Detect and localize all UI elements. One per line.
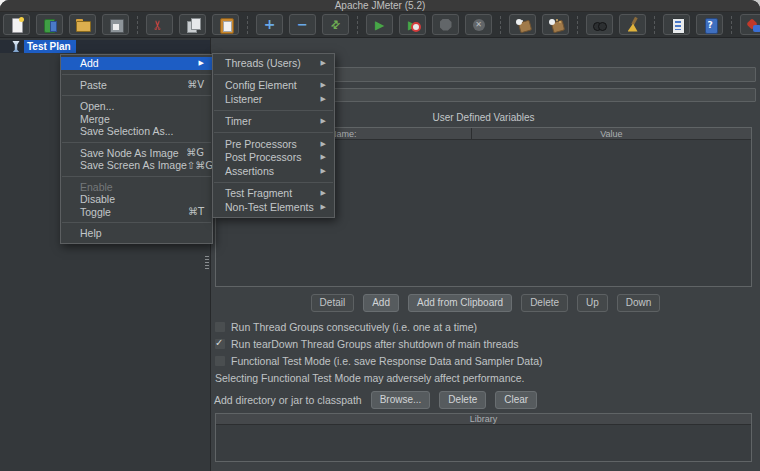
menu-item-help[interactable]: Help — [61, 227, 212, 240]
library-table: Library — [215, 413, 752, 462]
function-helper-button[interactable] — [663, 14, 690, 35]
collapse-all-button[interactable] — [289, 14, 316, 35]
paste-button[interactable] — [212, 14, 239, 35]
paste-icon — [218, 17, 234, 33]
jmeter-window: Apache JMeter (5.2) Test Pla — [0, 0, 760, 471]
new-file-button[interactable] — [3, 14, 30, 35]
help-button[interactable] — [696, 14, 723, 35]
delete-button[interactable]: Delete — [521, 294, 568, 312]
submenu-arrow-icon: ▶ — [321, 153, 326, 161]
open-folder-icon — [75, 17, 91, 33]
open-button[interactable] — [69, 14, 96, 35]
cut-button[interactable] — [146, 14, 173, 35]
clear-icon — [515, 17, 531, 33]
submenu-item-post-processors[interactable]: Post Processors▶ — [213, 151, 334, 165]
save-icon — [108, 17, 124, 33]
copy-button[interactable] — [179, 14, 206, 35]
shutdown-button[interactable] — [465, 14, 492, 35]
run-teardown-label: Run tearDown Thread Groups after shutdow… — [231, 338, 519, 350]
collapse-minus-icon — [295, 17, 311, 33]
toggle-icon — [328, 17, 344, 33]
comments-field[interactable] — [332, 88, 756, 102]
clear-all-button[interactable] — [542, 14, 569, 35]
expand-all-button[interactable] — [256, 14, 283, 35]
menu-separator — [62, 222, 211, 223]
menu-item-save-selection-as[interactable]: Save Selection As... — [61, 125, 212, 138]
extra-button[interactable] — [740, 14, 760, 35]
shutdown-icon — [471, 17, 487, 33]
search-button[interactable] — [586, 14, 613, 35]
menu-item-toggle[interactable]: Toggle ⌘T — [61, 206, 212, 219]
menu-separator — [214, 110, 333, 111]
submenu-item-config-element[interactable]: Config Element▶ — [213, 79, 334, 93]
menu-item-save-node-as-image[interactable]: Save Node As Image ⌘G — [61, 147, 212, 160]
start-no-pauses-button[interactable] — [399, 14, 426, 35]
submenu-item-assertions[interactable]: Assertions▶ — [213, 164, 334, 178]
run-consecutive-row: Run Thread Groups consecutively (i.e. on… — [215, 321, 477, 333]
add-button[interactable]: Add — [363, 294, 399, 312]
start-button[interactable] — [366, 14, 393, 35]
menu-separator — [62, 74, 211, 75]
submenu-item-pre-processors[interactable]: Pre Processors▶ — [213, 137, 334, 151]
search-icon — [592, 17, 608, 33]
menu-item-merge[interactable]: Merge — [61, 113, 212, 126]
submenu-arrow-icon: ▶ — [199, 59, 204, 67]
down-button[interactable]: Down — [617, 294, 661, 312]
templates-button[interactable] — [36, 14, 63, 35]
submenu-item-test-fragment[interactable]: Test Fragment▶ — [213, 187, 334, 201]
classpath-delete-button[interactable]: Delete — [439, 391, 486, 409]
search-reset-button[interactable] — [619, 14, 646, 35]
classpath-row: Add directory or jar to classpath Browse… — [214, 391, 537, 409]
submenu-item-non-test-elements[interactable]: Non-Test Elements▶ — [213, 200, 334, 214]
submenu-arrow-icon: ▶ — [321, 140, 326, 148]
submenu-item-timer[interactable]: Timer▶ — [213, 115, 334, 129]
clear-button[interactable] — [509, 14, 536, 35]
clear-classpath-button[interactable]: Clear — [495, 391, 537, 409]
library-table-body[interactable] — [216, 425, 751, 460]
function-helper-icon — [669, 17, 685, 33]
submenu-arrow-icon: ▶ — [321, 81, 326, 89]
functional-mode-label: Functional Test Mode (i.e. save Response… — [231, 355, 542, 367]
submenu-arrow-icon: ▶ — [321, 203, 326, 211]
cut-icon — [152, 17, 168, 33]
save-button[interactable] — [102, 14, 129, 35]
submenu-arrow-icon: ▶ — [321, 167, 326, 175]
toolbar-separator — [247, 16, 248, 34]
panel-splitter[interactable] — [205, 256, 209, 270]
menu-item-disable[interactable]: Disable — [61, 193, 212, 206]
clear-all-icon — [548, 17, 564, 33]
menu-separator — [214, 74, 333, 75]
start-icon — [372, 17, 388, 33]
detail-button[interactable]: Detail — [311, 294, 355, 312]
menu-item-add[interactable]: Add ▶ — [61, 57, 212, 70]
stop-button[interactable] — [432, 14, 459, 35]
run-teardown-checkbox[interactable] — [215, 339, 225, 349]
toolbar-separator — [357, 16, 358, 34]
menu-item-save-screen-as-image[interactable]: Save Screen As Image ⇧⌘G — [61, 159, 212, 172]
menu-item-open[interactable]: Open... — [61, 100, 212, 113]
add-submenu: Threads (Users)▶ Config Element▶ Listene… — [212, 53, 335, 218]
browse-button[interactable]: Browse... — [371, 391, 431, 409]
run-consecutive-label: Run Thread Groups consecutively (i.e. on… — [231, 321, 477, 333]
run-consecutive-checkbox[interactable] — [215, 322, 225, 332]
menu-separator — [62, 142, 211, 143]
stop-icon — [438, 17, 454, 33]
tree-node-test-plan[interactable]: Test Plan — [0, 40, 210, 53]
toggle-button[interactable] — [322, 14, 349, 35]
submenu-item-threads-users[interactable]: Threads (Users)▶ — [213, 56, 334, 70]
add-from-clipboard-button[interactable]: Add from Clipboard — [408, 294, 512, 312]
copy-icon — [185, 17, 201, 33]
functional-mode-checkbox[interactable] — [215, 356, 225, 366]
submenu-arrow-icon: ▶ — [321, 95, 326, 103]
toolbar-separator — [137, 16, 138, 34]
test-plan-icon — [11, 41, 21, 52]
submenu-item-listener[interactable]: Listener▶ — [213, 92, 334, 106]
toolbar — [0, 12, 760, 38]
submenu-arrow-icon: ▶ — [321, 189, 326, 197]
up-button[interactable]: Up — [577, 294, 608, 312]
name-field[interactable] — [332, 67, 756, 82]
shortcut-label: ⌘V — [187, 79, 204, 90]
titlebar: Apache JMeter (5.2) — [0, 0, 760, 12]
menu-item-paste[interactable]: Paste ⌘V — [61, 79, 212, 92]
new-file-icon — [9, 17, 25, 33]
